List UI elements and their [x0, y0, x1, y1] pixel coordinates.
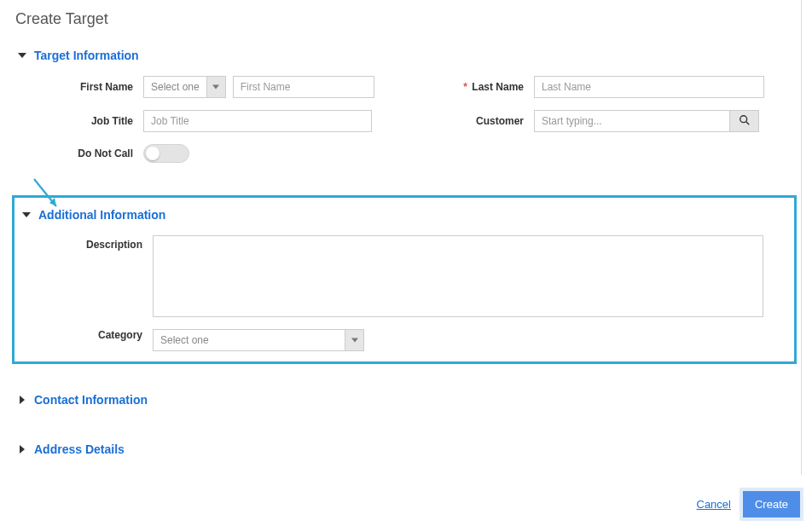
section-title: Address Details	[34, 442, 125, 456]
first-name-label: First Name	[15, 81, 143, 93]
required-mark: *	[463, 81, 467, 93]
svg-line-3	[745, 121, 749, 124]
section-title: Additional Information	[38, 208, 165, 222]
category-select[interactable]: Select one	[153, 329, 364, 351]
page-title: Create Target	[15, 10, 800, 28]
section-body-additional-information: Description Category Select one	[21, 227, 787, 351]
svg-marker-8	[20, 445, 25, 454]
section-header-additional-information[interactable]: Additional Information	[21, 203, 787, 227]
chevron-down-icon	[21, 210, 32, 220]
section-header-contact-information[interactable]: Contact Information	[12, 388, 800, 412]
description-textarea[interactable]	[153, 235, 763, 317]
customer-lookup	[534, 110, 759, 132]
customer-search-button[interactable]	[729, 111, 758, 131]
customer-input[interactable]	[535, 111, 729, 131]
create-button[interactable]: Create	[743, 491, 800, 517]
last-name-input[interactable]	[534, 76, 764, 98]
section-target-information: Target Information First Name Select one…	[12, 43, 800, 188]
svg-marker-0	[18, 53, 26, 58]
cancel-link[interactable]: Cancel	[697, 498, 731, 511]
svg-marker-1	[212, 85, 219, 90]
svg-marker-5	[22, 212, 31, 217]
first-name-input[interactable]	[233, 76, 374, 98]
chevron-down-icon	[17, 50, 27, 61]
chevron-right-icon	[17, 444, 27, 454]
caret-down-icon	[206, 77, 225, 97]
section-body-target-information: First Name Select one * Last Name	[12, 67, 800, 188]
last-name-label: * Last Name	[406, 81, 534, 93]
job-title-input[interactable]	[143, 110, 372, 132]
salutation-select[interactable]: Select one	[143, 76, 226, 98]
divider	[801, 0, 802, 475]
customer-label: Customer	[406, 115, 534, 127]
section-title: Contact Information	[34, 393, 148, 407]
do-not-call-toggle[interactable]	[143, 144, 189, 163]
section-header-target-information[interactable]: Target Information	[12, 43, 800, 67]
section-title: Target Information	[34, 49, 139, 62]
footer: Cancel Create	[697, 491, 801, 517]
category-select-text: Select one	[154, 330, 345, 350]
category-label: Category	[25, 329, 153, 341]
salutation-select-text: Select one	[144, 77, 206, 97]
description-label: Description	[25, 235, 153, 251]
caret-down-icon	[345, 330, 363, 350]
section-contact-information: Contact Information	[12, 388, 800, 412]
do-not-call-label: Do Not Call	[15, 147, 143, 159]
search-icon	[739, 114, 751, 129]
last-name-label-text: Last Name	[472, 81, 524, 93]
svg-point-2	[740, 115, 746, 122]
highlight-box-additional-information: Additional Information Description Categ…	[12, 195, 797, 364]
job-title-label: Job Title	[15, 115, 143, 127]
section-address-details: Address Details	[12, 437, 800, 461]
svg-marker-7	[20, 396, 25, 404]
svg-marker-6	[351, 338, 358, 343]
chevron-right-icon	[17, 395, 27, 405]
section-header-address-details[interactable]: Address Details	[12, 437, 800, 461]
toggle-knob	[146, 147, 160, 160]
